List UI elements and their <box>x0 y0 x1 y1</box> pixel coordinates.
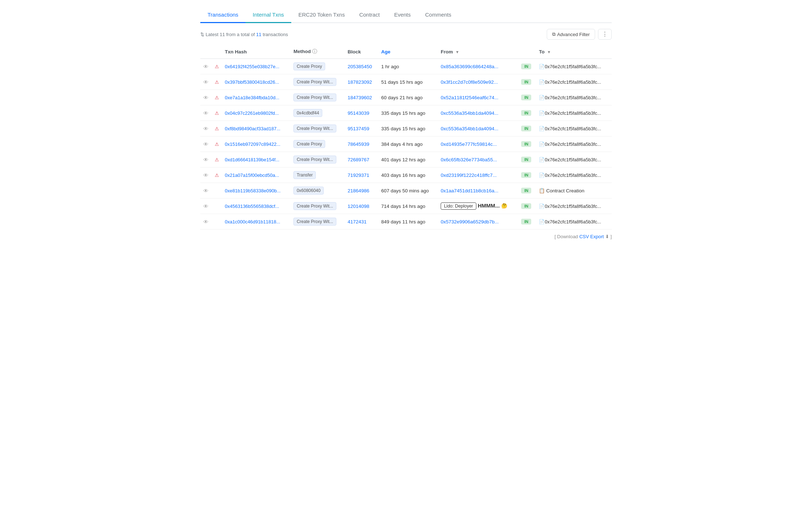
to-link[interactable]: 0x76e2cfc1f5fa8f6a5b3fc... <box>545 141 601 147</box>
col-error <box>212 45 222 59</box>
csv-export-link[interactable]: CSV Export <box>579 234 604 239</box>
txn-hash-link[interactable]: 0xd1d666418139be154f... <box>225 157 279 162</box>
from-link[interactable]: 0x6c65fb326e7734ba55... <box>441 157 497 162</box>
txn-hash-link[interactable]: 0xa1c000c46d91b11818... <box>225 219 280 224</box>
error-icon: ⚠ <box>215 173 219 178</box>
col-direction <box>518 45 536 59</box>
contract-icon: 📄 <box>539 79 545 85</box>
age-text: 51 days 15 hrs ago <box>381 79 423 85</box>
to-link[interactable]: 0x76e2cfc1f5fa8f6a5b3fc... <box>545 95 601 100</box>
table-row: 👁0xe81b119b58338e090b...0x60806040218649… <box>200 183 612 199</box>
to-link[interactable]: 0x76e2cfc1f5fa8f6a5b3fc... <box>545 126 601 131</box>
col-from: From ▼ <box>438 45 518 59</box>
to-link[interactable]: 0x76e2cfc1f5fa8f6a5b3fc... <box>545 79 601 85</box>
from-link[interactable]: 0x3f1cc2d7c0f8e509e92... <box>441 79 498 85</box>
eye-icon[interactable]: 👁 <box>203 64 209 70</box>
from-link[interactable]: 0xc5536a354bb1da4094... <box>441 126 498 131</box>
block-link[interactable]: 71929371 <box>348 173 369 178</box>
tab-transactions[interactable]: Transactions <box>200 7 245 23</box>
direction-badge: IN <box>521 79 531 85</box>
table-row: 👁⚠0xf8bd98490acf33ad187...Create Proxy W… <box>200 121 612 136</box>
col-to: To ▼ <box>536 45 612 59</box>
to-link[interactable]: 0x76e2cfc1f5fa8f6a5b3fc... <box>545 204 601 209</box>
block-link[interactable]: 78645939 <box>348 141 369 147</box>
age-text: 60 days 21 hrs ago <box>381 95 423 100</box>
txn-hash-link[interactable]: 0x397bbf53800418cd26... <box>225 79 279 85</box>
eye-icon[interactable]: 👁 <box>203 172 209 178</box>
block-link[interactable]: 95137459 <box>348 126 369 131</box>
contract-icon: 📄 <box>539 95 545 100</box>
to-link[interactable]: 0x76e2cfc1f5fa8f6a5b3fc... <box>545 157 601 162</box>
eye-icon[interactable]: 👁 <box>203 95 209 101</box>
error-icon: ⚠ <box>215 95 219 100</box>
tab-internal-txns[interactable]: Internal Txns <box>245 7 291 23</box>
block-link[interactable]: 187823092 <box>348 79 372 85</box>
from-link[interactable]: 0x52a1181f2546eaf6c74... <box>441 95 498 100</box>
advanced-filter-button[interactable]: ⧉ Advanced Filter <box>547 29 595 40</box>
eye-icon[interactable]: 👁 <box>203 79 209 85</box>
eye-icon[interactable]: 👁 <box>203 188 209 194</box>
direction-badge: IN <box>521 188 531 193</box>
table-row: 👁⚠0xe7a1a18e384fbda10d...Create Proxy Wi… <box>200 90 612 105</box>
tab-events[interactable]: Events <box>387 7 418 23</box>
to-link[interactable]: 0x76e2cfc1f5fa8f6a5b3fc... <box>545 173 601 178</box>
direction-badge: IN <box>521 141 531 147</box>
eye-icon[interactable]: 👁 <box>203 126 209 132</box>
block-link[interactable]: 95143039 <box>348 110 369 116</box>
direction-badge: IN <box>521 203 531 209</box>
from-link[interactable]: 0x1aa7451dd11b8cb16a... <box>441 188 498 193</box>
age-text: 335 days 15 hrs ago <box>381 110 425 116</box>
error-icon: ⚠ <box>215 79 219 85</box>
txn-hash-link[interactable]: 0x21a07a15f00ebcd50a... <box>225 173 279 178</box>
table-row: 👁⚠0xd1d666418139be154f...Create Proxy Wi… <box>200 152 612 167</box>
to-link[interactable]: 0x76e2cfc1f5fa8f6a5b3fc... <box>545 110 601 116</box>
contract-icon: 📄 <box>539 173 545 178</box>
eye-icon[interactable]: 👁 <box>203 110 209 116</box>
method-badge: Create Proxy Wit... <box>293 156 336 163</box>
method-badge: Create Proxy <box>293 62 325 70</box>
block-link[interactable]: 4172431 <box>348 219 367 224</box>
from-link[interactable]: 0xd23199f1222c418ffc7... <box>441 173 497 178</box>
eye-icon[interactable]: 👁 <box>203 203 209 209</box>
to-link[interactable]: 0x76e2cfc1f5fa8f6a5b3fc... <box>545 219 601 224</box>
eye-icon[interactable]: 👁 <box>203 141 209 147</box>
block-link[interactable]: 184739602 <box>348 95 372 100</box>
tab-contract[interactable]: Contract <box>352 7 387 23</box>
txn-hash-link[interactable]: 0x64192f4255e038b27e... <box>225 64 279 69</box>
txn-hash-link[interactable]: 0xe81b119b58338e090b... <box>225 188 281 193</box>
method-badge: Create Proxy <box>293 140 325 148</box>
age-text: 403 days 16 hrs ago <box>381 173 425 178</box>
txn-hash-link[interactable]: 0xe7a1a18e384fbda10d... <box>225 95 279 100</box>
txn-hash-link[interactable]: 0x1516eb972097c89422... <box>225 141 280 147</box>
more-options-button[interactable]: ⋮ <box>598 29 612 40</box>
col-txn-hash: Txn Hash <box>222 45 291 59</box>
lido-deployer-badge: Lido: Deployer <box>441 202 476 210</box>
block-link[interactable]: 205385450 <box>348 64 372 69</box>
contract-icon: 📄 <box>539 110 545 116</box>
hmm-text: HMMM... <box>478 202 500 209</box>
method-badge: Create Proxy Wit... <box>293 125 336 132</box>
transaction-summary: ⇅ Latest 11 from a total of 11 transacti… <box>200 32 288 37</box>
direction-badge: IN <box>521 95 531 100</box>
method-badge: 0x4cdbdf44 <box>293 109 322 117</box>
block-link[interactable]: 72689767 <box>348 157 369 162</box>
contract-icon: 📄 <box>539 219 545 224</box>
thinking-emoji: 🤔 <box>501 203 507 209</box>
to-link[interactable]: 0x76e2cfc1f5fa8f6a5b3fc... <box>545 64 601 69</box>
from-link[interactable]: 0xc5536a354bb1da4094... <box>441 110 498 116</box>
eye-icon[interactable]: 👁 <box>203 219 209 225</box>
from-link[interactable]: 0x85a363699c6864248a... <box>441 64 498 69</box>
toolbar: ⇅ Latest 11 from a total of 11 transacti… <box>200 29 612 40</box>
txn-hash-link[interactable]: 0x4563136b5565838dcf... <box>225 204 279 209</box>
block-link[interactable]: 12014098 <box>348 204 369 209</box>
txn-hash-link[interactable]: 0x04c97c2261eb9802fd... <box>225 110 279 116</box>
contract-icon: 📄 <box>539 64 545 69</box>
eye-icon[interactable]: 👁 <box>203 157 209 163</box>
txn-hash-link[interactable]: 0xf8bd98490acf33ad187... <box>225 126 280 131</box>
tab-comments[interactable]: Comments <box>418 7 459 23</box>
from-link[interactable]: 0xd14935e777fc59814c... <box>441 141 497 147</box>
from-link[interactable]: 0x5732e9906a6529db7b... <box>441 219 499 224</box>
block-link[interactable]: 21864986 <box>348 188 369 193</box>
contract-icon: 📄 <box>539 141 545 147</box>
tab-erc20[interactable]: ERC20 Token Txns <box>291 7 352 23</box>
